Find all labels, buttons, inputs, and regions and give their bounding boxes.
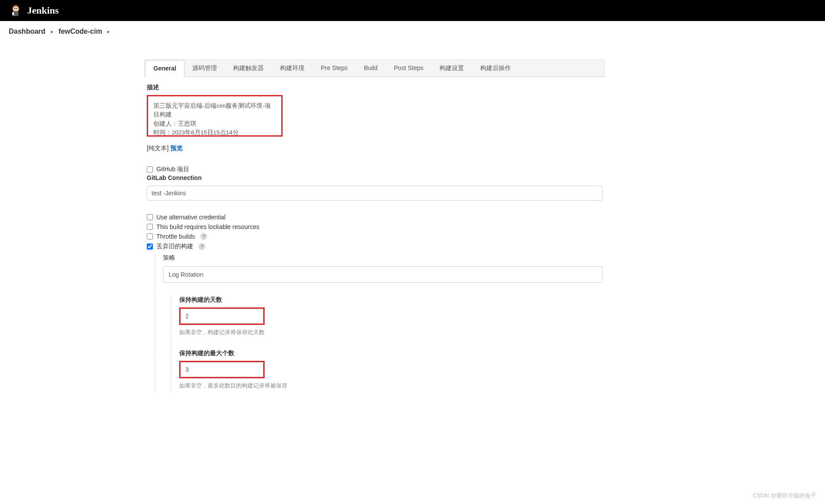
strategy-label: 策略 (163, 254, 602, 262)
tab-poststeps[interactable]: Post Steps (386, 60, 432, 77)
description-line: 时间：2023年6月15日15点14分 (153, 128, 276, 137)
help-icon[interactable]: ? (200, 233, 207, 240)
alt-credential-label[interactable]: Use alternative credential (156, 214, 226, 221)
max-keep-input[interactable] (181, 362, 263, 377)
svg-point-2 (14, 8, 15, 9)
breadcrumb-project[interactable]: fewCode-cim (59, 28, 103, 35)
tab-env[interactable]: 构建环境 (272, 60, 313, 77)
tab-settings[interactable]: 构建设置 (432, 60, 472, 77)
tab-content: 描述 第三版元宇宙后端-后端cim服务测试环境-项目构建 创建人：王思琪 时间：… (145, 77, 605, 396)
discard-section: 策略 Log Rotation 保持构建的天数 如果非空，构建记录将保存此天数 … (155, 254, 602, 390)
chevron-right-icon: ▸ (107, 28, 110, 35)
lockable-label[interactable]: This build requires lockable resources (156, 223, 259, 230)
lockable-checkbox[interactable] (147, 224, 153, 230)
tab-general[interactable]: General (145, 60, 184, 77)
alt-credential-row: Use alternative credential (147, 214, 602, 221)
logo-text: Jenkins (27, 5, 59, 16)
github-project-row: GitHub 项目 (147, 166, 602, 173)
svg-point-3 (16, 8, 17, 9)
breadcrumb-dashboard[interactable]: Dashboard (9, 28, 46, 35)
days-keep-group: 保持构建的天数 如果非空，构建记录将保存此天数 (179, 296, 602, 336)
max-keep-group: 保持构建的最大个数 如果非空，最多此数目的构建记录将被保存 (179, 349, 602, 390)
github-project-checkbox[interactable] (147, 166, 153, 173)
discard-old-checkbox[interactable] (147, 243, 153, 250)
description-label: 描述 (147, 84, 602, 92)
max-keep-label: 保持构建的最大个数 (179, 349, 602, 357)
alt-credential-checkbox[interactable] (147, 214, 153, 220)
throttle-row: Throttle builds ? (147, 233, 602, 240)
tab-presteps[interactable]: Pre Steps (313, 60, 356, 77)
max-keep-highlight (179, 361, 265, 378)
gitlab-connection-select[interactable]: test -Jenkins (147, 186, 602, 201)
logo[interactable]: Jenkins (9, 4, 59, 18)
discard-old-label[interactable]: 丢弃旧的构建 (156, 243, 193, 250)
description-line: 创建人：王思琪 (153, 120, 276, 128)
svg-point-0 (13, 6, 19, 12)
days-keep-hint: 如果非空，构建记录将保存此天数 (179, 328, 602, 336)
help-icon[interactable]: ? (198, 243, 205, 250)
rotation-fields: 保持构建的天数 如果非空，构建记录将保存此天数 保持构建的最大个数 如果非空，最… (171, 296, 602, 390)
gitlab-connection-label: GitLab Connection (147, 174, 602, 181)
tab-triggers[interactable]: 构建触发器 (225, 60, 272, 77)
config-tabs: General 源码管理 构建触发器 构建环境 Pre Steps Build … (145, 60, 605, 77)
preview-link[interactable]: 预览 (170, 145, 183, 152)
plaintext-label: [纯文本] (147, 145, 169, 152)
jenkins-icon (9, 4, 23, 18)
github-project-label[interactable]: GitHub 项目 (156, 166, 189, 173)
description-textarea[interactable]: 第三版元宇宙后端-后端cim服务测试环境-项目构建 创建人：王思琪 时间：202… (147, 95, 283, 137)
max-keep-hint: 如果非空，最多此数目的构建记录将被保存 (179, 382, 602, 390)
lockable-row: This build requires lockable resources (147, 223, 602, 230)
plaintext-row: [纯文本] 预览 (147, 145, 602, 152)
strategy-select[interactable]: Log Rotation (163, 266, 602, 283)
main-content: General 源码管理 构建触发器 构建环境 Pre Steps Build … (0, 42, 613, 405)
throttle-label[interactable]: Throttle builds (156, 233, 195, 240)
svg-rect-4 (12, 12, 14, 15)
days-keep-highlight (179, 307, 265, 325)
description-line: 第三版元宇宙后端-后端cim服务测试环境-项目构建 (153, 102, 276, 120)
top-header: Jenkins (0, 0, 825, 21)
chevron-right-icon: ▸ (51, 28, 53, 35)
days-keep-label: 保持构建的天数 (179, 296, 602, 304)
tab-scm[interactable]: 源码管理 (184, 60, 225, 77)
tab-build[interactable]: Build (356, 60, 386, 77)
discard-old-row: 丢弃旧的构建 ? (147, 243, 602, 250)
throttle-checkbox[interactable] (147, 233, 153, 240)
tab-postbuild[interactable]: 构建后操作 (472, 60, 519, 77)
days-keep-input[interactable] (181, 309, 263, 324)
breadcrumb: Dashboard ▸ fewCode-cim ▸ (0, 21, 825, 42)
